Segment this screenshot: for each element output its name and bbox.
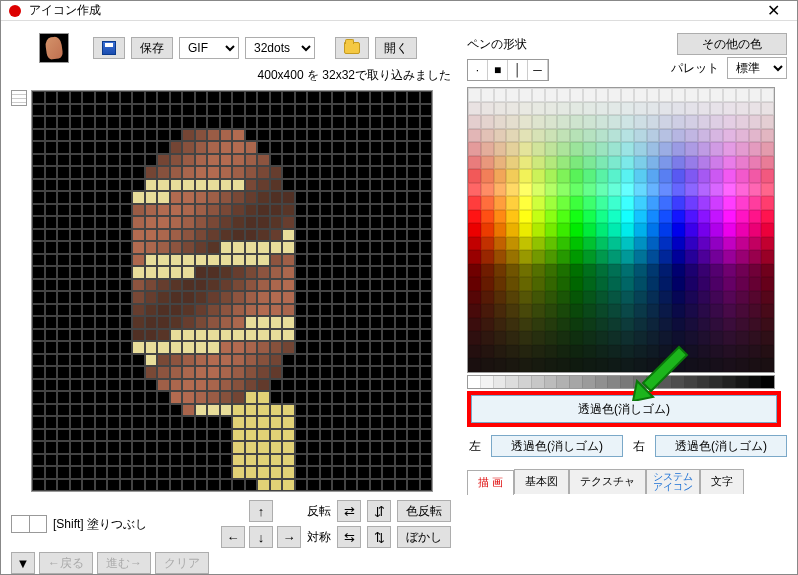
- tab-text[interactable]: 文字: [700, 469, 744, 494]
- blur-button[interactable]: ぼかし: [397, 526, 451, 548]
- sym-v-button[interactable]: ⇅: [367, 526, 391, 548]
- pen-shape-picker[interactable]: · ■ │ ─: [467, 59, 549, 81]
- tab-system[interactable]: システム アイコン: [646, 469, 700, 494]
- right-color-button[interactable]: 透過色(消しゴム): [655, 435, 787, 457]
- undo-button[interactable]: ←戻る: [39, 552, 93, 574]
- pen-hline-icon[interactable]: ─: [528, 60, 548, 80]
- transparent-eraser-button[interactable]: 透過色(消しゴム): [471, 395, 777, 423]
- floppy-icon: [102, 41, 116, 55]
- pixel-canvas[interactable]: [31, 90, 433, 492]
- color-palette[interactable]: [467, 87, 775, 373]
- pen-square-icon[interactable]: ■: [488, 60, 508, 80]
- dropdown-button[interactable]: ▼: [11, 552, 35, 574]
- open-button[interactable]: 開く: [375, 37, 417, 59]
- tab-texture[interactable]: テクスチャ: [569, 469, 646, 494]
- open-icon-button[interactable]: [335, 37, 369, 59]
- transparent-highlight: 透過色(消しゴム): [467, 391, 781, 427]
- size-select[interactable]: 32dots: [245, 37, 315, 59]
- ruler-toggle[interactable]: [11, 90, 27, 106]
- folder-icon: [344, 42, 360, 54]
- left-label: 左: [467, 438, 483, 455]
- close-icon[interactable]: ✕: [757, 1, 789, 20]
- redo-button[interactable]: 進む→: [97, 552, 151, 574]
- format-select[interactable]: GIF: [179, 37, 239, 59]
- arrow-right-button[interactable]: →: [277, 526, 301, 548]
- window-title: アイコン作成: [29, 2, 757, 19]
- flip-h-button[interactable]: ⇄: [337, 500, 361, 522]
- pen-shape-label: ペンの形状: [467, 36, 527, 53]
- other-colors-button[interactable]: その他の色: [677, 33, 787, 55]
- arrow-up-button[interactable]: ↑: [249, 500, 273, 522]
- pen-vline-icon[interactable]: │: [508, 60, 528, 80]
- app-icon: [9, 5, 21, 17]
- flip-v-button[interactable]: ⇵: [367, 500, 391, 522]
- pen-dot-icon[interactable]: ·: [468, 60, 488, 80]
- gray-row[interactable]: [467, 375, 775, 389]
- tab-draw[interactable]: 描 画: [467, 470, 514, 495]
- sym-h-button[interactable]: ⇆: [337, 526, 361, 548]
- titlebar: アイコン作成 ✕: [1, 1, 797, 21]
- status-text: 400x400 を 32x32で取り込みました: [11, 67, 451, 84]
- save-icon-button[interactable]: [93, 37, 125, 59]
- left-color-button[interactable]: 透過色(消しゴム): [491, 435, 623, 457]
- shift-hint: [Shift] 塗りつぶし: [53, 516, 147, 533]
- sym-label: 対称: [307, 529, 331, 546]
- palette-select[interactable]: 標準: [727, 57, 787, 79]
- tab-basic[interactable]: 基本図: [514, 469, 569, 494]
- color-invert-button[interactable]: 色反転: [397, 500, 451, 522]
- flip-label: 反転: [307, 503, 331, 520]
- fg-bg-swatch[interactable]: [11, 515, 47, 533]
- right-label: 右: [631, 438, 647, 455]
- palette-label: パレット: [671, 60, 719, 77]
- arrow-left-button[interactable]: ←: [221, 526, 245, 548]
- save-button[interactable]: 保存: [131, 37, 173, 59]
- preview-thumb: [39, 33, 69, 63]
- clear-button[interactable]: クリア: [155, 552, 209, 574]
- arrow-down-button[interactable]: ↓: [249, 526, 273, 548]
